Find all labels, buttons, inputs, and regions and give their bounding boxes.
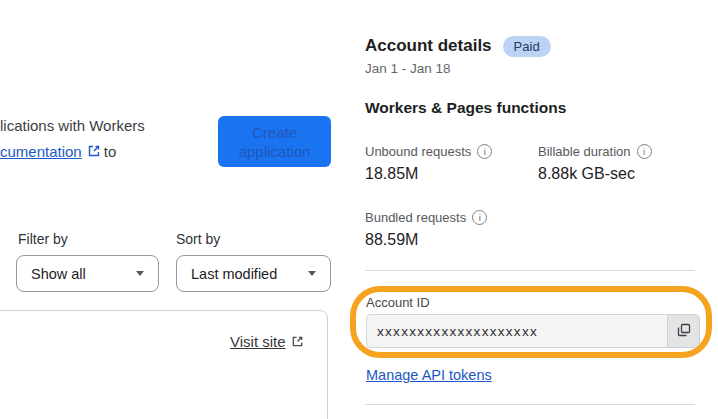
filter-dropdown[interactable]: Show all bbox=[16, 255, 159, 292]
account-details-header: Account details Paid bbox=[365, 33, 551, 59]
account-id-input[interactable] bbox=[366, 314, 667, 348]
metric-billable-duration: Billable duration i 8.88k GB-sec bbox=[538, 144, 652, 183]
documentation-link[interactable]: cumentation bbox=[0, 143, 82, 160]
date-range: Jan 1 - Jan 18 bbox=[365, 61, 451, 76]
filter-by-label: Filter by bbox=[18, 231, 68, 247]
copy-button[interactable] bbox=[667, 314, 700, 348]
chevron-down-icon bbox=[136, 271, 144, 276]
sort-by-label: Sort by bbox=[176, 231, 220, 247]
external-link-icon bbox=[291, 334, 304, 351]
intro-text-line1: lications with Workers bbox=[0, 117, 145, 134]
intro-text-line2: cumentationto bbox=[0, 143, 116, 161]
copy-icon bbox=[676, 322, 692, 341]
create-application-button[interactable]: Create application bbox=[218, 116, 331, 167]
manage-api-tokens-link[interactable]: Manage API tokens bbox=[366, 367, 492, 383]
metric-value: 88.59M bbox=[365, 231, 487, 249]
divider bbox=[365, 270, 695, 271]
metric-unbound-requests: Unbound requests i 18.85M bbox=[365, 144, 492, 183]
divider bbox=[365, 404, 695, 405]
metric-value: 18.85M bbox=[365, 165, 492, 183]
plan-status-badge: Paid bbox=[503, 36, 551, 57]
functions-section-title: Workers & Pages functions bbox=[365, 99, 566, 117]
page-title: Account details bbox=[365, 36, 492, 56]
info-icon[interactable]: i bbox=[472, 210, 487, 225]
account-id-field-group bbox=[366, 314, 700, 348]
chevron-down-icon bbox=[308, 271, 316, 276]
visit-site-link[interactable]: Visit site bbox=[230, 333, 307, 351]
intro-after-link: to bbox=[104, 143, 117, 160]
info-icon[interactable]: i bbox=[477, 144, 492, 159]
filter-dropdown-value: Show all bbox=[31, 266, 86, 282]
info-icon[interactable]: i bbox=[637, 144, 652, 159]
metric-label: Billable duration i bbox=[538, 144, 652, 159]
sort-dropdown[interactable]: Last modified bbox=[176, 255, 331, 292]
metric-label: Unbound requests i bbox=[365, 144, 492, 159]
metric-bundled-requests: Bundled requests i 88.59M bbox=[365, 210, 487, 249]
external-link-icon bbox=[87, 144, 101, 161]
account-id-label: Account ID bbox=[366, 295, 430, 310]
intro-fragment: lications with Workers bbox=[0, 117, 145, 134]
metric-label: Bundled requests i bbox=[365, 210, 487, 225]
sort-dropdown-value: Last modified bbox=[191, 266, 277, 282]
project-card bbox=[0, 310, 328, 419]
workers-pages-dashboard: lications with Workers cumentationto Cre… bbox=[0, 0, 718, 419]
metric-value: 8.88k GB-sec bbox=[538, 165, 652, 183]
